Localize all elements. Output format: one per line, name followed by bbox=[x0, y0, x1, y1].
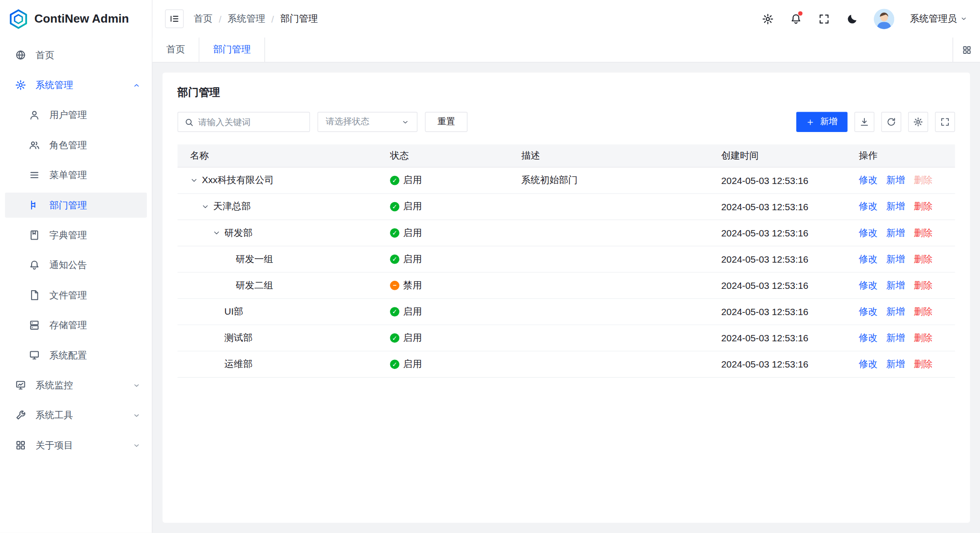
export-button[interactable] bbox=[854, 112, 874, 132]
refresh-icon bbox=[886, 117, 896, 127]
user-avatar[interactable] bbox=[874, 9, 895, 29]
add-link[interactable]: 新增 bbox=[886, 175, 905, 186]
sidebar-item-label: 文件管理 bbox=[49, 289, 141, 301]
row-expand-icon[interactable] bbox=[212, 229, 220, 237]
sidebar-item[interactable]: 字典管理 bbox=[5, 222, 147, 247]
department-name: 研发部 bbox=[225, 227, 253, 239]
breadcrumb-item-system[interactable]: 系统管理 bbox=[228, 13, 265, 24]
tab-label: 首页 bbox=[166, 44, 185, 56]
column-settings-button[interactable] bbox=[908, 112, 928, 132]
user-menu[interactable]: 系统管理员 bbox=[910, 13, 967, 24]
fullscreen-button[interactable] bbox=[817, 13, 830, 25]
sidebar-item[interactable]: 存储管理 bbox=[5, 313, 147, 338]
row-expand-icon[interactable] bbox=[201, 203, 209, 211]
created-time: 2024-05-03 12:53:16 bbox=[711, 325, 849, 351]
edit-link[interactable]: 修改 bbox=[859, 358, 877, 370]
plus-icon bbox=[806, 118, 814, 126]
tree-indent bbox=[190, 259, 224, 259]
edit-link[interactable]: 修改 bbox=[859, 227, 877, 239]
edit-link[interactable]: 修改 bbox=[859, 306, 877, 317]
table-row: Xxx科技有限公司✓启用系统初始部门2024-05-03 12:53:16修改新… bbox=[178, 168, 955, 194]
chevron-down-icon bbox=[132, 441, 141, 449]
header-settings-button[interactable] bbox=[761, 13, 774, 25]
sidebar-item[interactable]: 部门管理 bbox=[5, 193, 147, 217]
column-header: 名称 bbox=[178, 145, 380, 167]
department-description bbox=[511, 246, 712, 272]
gear-icon bbox=[762, 13, 774, 24]
bell-icon bbox=[29, 259, 40, 271]
refresh-button[interactable] bbox=[881, 112, 901, 132]
add-link[interactable]: 新增 bbox=[886, 306, 905, 317]
delete-link[interactable]: 删除 bbox=[914, 253, 932, 265]
add-link[interactable]: 新增 bbox=[886, 332, 905, 344]
edit-link[interactable]: 修改 bbox=[859, 201, 877, 212]
delete-link[interactable]: 删除 bbox=[914, 279, 932, 291]
table-row: 研发部✓启用2024-05-03 12:53:16修改新增删除 bbox=[178, 220, 955, 246]
edit-link[interactable]: 修改 bbox=[859, 175, 877, 186]
sidebar-item-label: 部门管理 bbox=[49, 199, 141, 211]
tab-department[interactable]: 部门管理 bbox=[199, 38, 265, 62]
status-enabled-icon: ✓ bbox=[390, 202, 399, 212]
sidebar-item[interactable]: 系统管理 bbox=[5, 72, 147, 97]
sidebar-item[interactable]: 系统监控 bbox=[5, 373, 147, 397]
keyword-search-box[interactable] bbox=[178, 112, 310, 132]
tree-icon bbox=[29, 199, 40, 211]
sidebar-item[interactable]: 关于项目 bbox=[5, 433, 147, 458]
tree-indent bbox=[190, 206, 202, 207]
app-title: ContiNew Admin bbox=[34, 12, 129, 25]
sidebar-item-label: 系统监控 bbox=[36, 379, 132, 391]
dark-mode-button[interactable] bbox=[846, 13, 858, 25]
dashboard-icon bbox=[15, 380, 26, 391]
add-link[interactable]: 新增 bbox=[886, 279, 905, 291]
status-label: 启用 bbox=[403, 175, 422, 186]
created-time: 2024-05-03 12:53:16 bbox=[711, 168, 849, 193]
breadcrumb-item-home[interactable]: 首页 bbox=[194, 13, 212, 24]
tree-indent bbox=[190, 338, 213, 338]
menu-fold-icon bbox=[169, 14, 179, 24]
add-button[interactable]: 新增 bbox=[796, 112, 847, 132]
delete-link[interactable]: 删除 bbox=[914, 306, 932, 317]
reset-button[interactable]: 重置 bbox=[425, 112, 468, 132]
table-row: 测试部✓启用2024-05-03 12:53:16修改新增删除 bbox=[178, 325, 955, 351]
search-icon bbox=[184, 117, 194, 127]
sidebar-collapse-button[interactable] bbox=[165, 9, 183, 28]
tab-home[interactable]: 首页 bbox=[153, 38, 200, 62]
chevron-down-icon bbox=[132, 381, 141, 389]
sidebar-item[interactable]: 角色管理 bbox=[5, 132, 147, 157]
sidebar-item[interactable]: 首页 bbox=[5, 42, 147, 67]
notifications-button[interactable] bbox=[789, 13, 802, 25]
sidebar-item[interactable]: 用户管理 bbox=[5, 103, 147, 127]
sidebar-item-label: 用户管理 bbox=[49, 109, 141, 121]
add-link[interactable]: 新增 bbox=[886, 201, 905, 212]
sidebar-item[interactable]: 系统工具 bbox=[5, 403, 147, 428]
delete-link[interactable]: 删除 bbox=[914, 201, 932, 212]
sidebar-item[interactable]: 菜单管理 bbox=[5, 163, 147, 188]
sidebar-item[interactable]: 通知公告 bbox=[5, 253, 147, 278]
delete-link[interactable]: 删除 bbox=[914, 175, 932, 186]
sidebar-item[interactable]: 文件管理 bbox=[5, 283, 147, 307]
edit-link[interactable]: 修改 bbox=[859, 279, 877, 291]
table-row: 天津总部✓启用2024-05-03 12:53:16修改新增删除 bbox=[178, 194, 955, 220]
table-fullscreen-button[interactable] bbox=[935, 112, 955, 132]
file-icon bbox=[29, 289, 40, 301]
delete-link[interactable]: 删除 bbox=[914, 332, 932, 344]
edit-link[interactable]: 修改 bbox=[859, 332, 877, 344]
sidebar-item[interactable]: 系统配置 bbox=[5, 343, 147, 368]
topbar: 首页 / 系统管理 / 部门管理 bbox=[153, 0, 980, 38]
department-card: 部门管理 请选择状态 重置 新增 bbox=[163, 72, 970, 523]
status-select[interactable]: 请选择状态 bbox=[318, 112, 417, 132]
edit-link[interactable]: 修改 bbox=[859, 253, 877, 265]
add-link[interactable]: 新增 bbox=[886, 227, 905, 239]
user-name: 系统管理员 bbox=[910, 13, 957, 24]
table-body: Xxx科技有限公司✓启用系统初始部门2024-05-03 12:53:16修改新… bbox=[178, 168, 955, 378]
keyword-input[interactable] bbox=[198, 117, 303, 127]
add-link[interactable]: 新增 bbox=[886, 358, 905, 370]
delete-link[interactable]: 删除 bbox=[914, 227, 932, 239]
app-logo[interactable]: ContiNew Admin bbox=[0, 0, 152, 38]
row-expand-icon[interactable] bbox=[190, 176, 198, 184]
add-link[interactable]: 新增 bbox=[886, 253, 905, 265]
column-header: 操作 bbox=[849, 145, 955, 167]
topbar-actions: 系统管理员 bbox=[761, 9, 967, 29]
tab-list-button[interactable] bbox=[952, 38, 980, 62]
delete-link[interactable]: 删除 bbox=[914, 358, 932, 370]
